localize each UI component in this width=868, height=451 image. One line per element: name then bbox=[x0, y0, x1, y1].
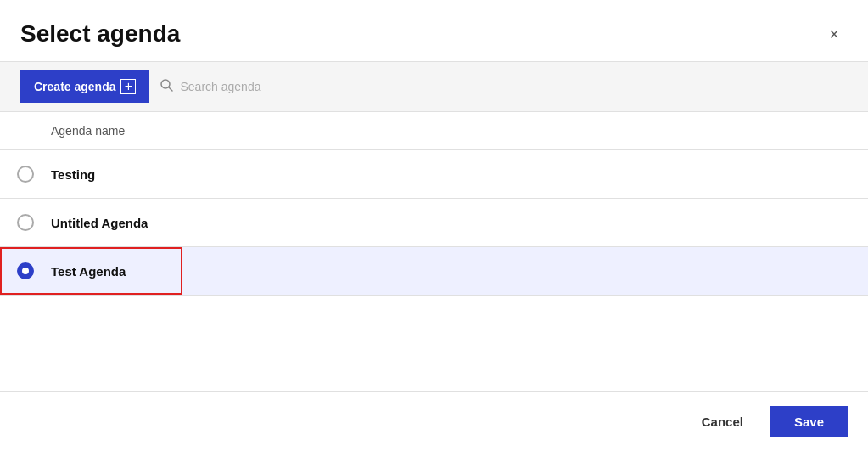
radio-button[interactable] bbox=[17, 214, 34, 231]
table-body: TestingUntitled AgendaTest Agenda bbox=[0, 150, 868, 296]
search-container bbox=[149, 73, 848, 100]
search-icon bbox=[160, 78, 173, 95]
radio-button[interactable] bbox=[17, 166, 34, 183]
create-agenda-label: Create agenda bbox=[34, 80, 115, 93]
search-input[interactable] bbox=[180, 73, 837, 100]
close-icon: × bbox=[829, 25, 839, 44]
agenda-name-header: Agenda name bbox=[0, 112, 868, 150]
table-row[interactable]: Test Agenda bbox=[0, 247, 868, 296]
modal-header: Select agenda × bbox=[0, 0, 868, 61]
toolbar: Create agenda + bbox=[0, 61, 868, 112]
table-header-row: Agenda name bbox=[0, 112, 868, 150]
svg-line-1 bbox=[169, 87, 172, 91]
radio-wrapper bbox=[14, 166, 37, 183]
plus-icon: + bbox=[120, 79, 136, 94]
radio-button[interactable] bbox=[17, 262, 34, 279]
agenda-table: Agenda name TestingUntitled AgendaTest A… bbox=[0, 112, 868, 296]
radio-inner bbox=[22, 268, 29, 274]
cancel-button[interactable]: Cancel bbox=[685, 406, 760, 437]
close-button[interactable]: × bbox=[820, 20, 848, 48]
modal: Select agenda × Create agenda + bbox=[0, 0, 868, 451]
table-row[interactable]: Testing bbox=[0, 150, 868, 199]
agenda-row-label: Testing bbox=[51, 167, 95, 182]
save-button[interactable]: Save bbox=[770, 406, 848, 437]
table-container: Agenda name TestingUntitled AgendaTest A… bbox=[0, 112, 868, 392]
agenda-row-label: Untitled Agenda bbox=[51, 216, 148, 230]
modal-title: Select agenda bbox=[20, 20, 180, 48]
radio-wrapper bbox=[14, 214, 37, 231]
modal-overlay: Select agenda × Create agenda + bbox=[0, 0, 868, 451]
create-agenda-button[interactable]: Create agenda + bbox=[20, 70, 149, 103]
radio-wrapper bbox=[14, 262, 37, 279]
modal-footer: Cancel Save bbox=[0, 392, 868, 451]
table-row[interactable]: Untitled Agenda bbox=[0, 199, 868, 247]
agenda-row-label: Test Agenda bbox=[51, 264, 126, 279]
